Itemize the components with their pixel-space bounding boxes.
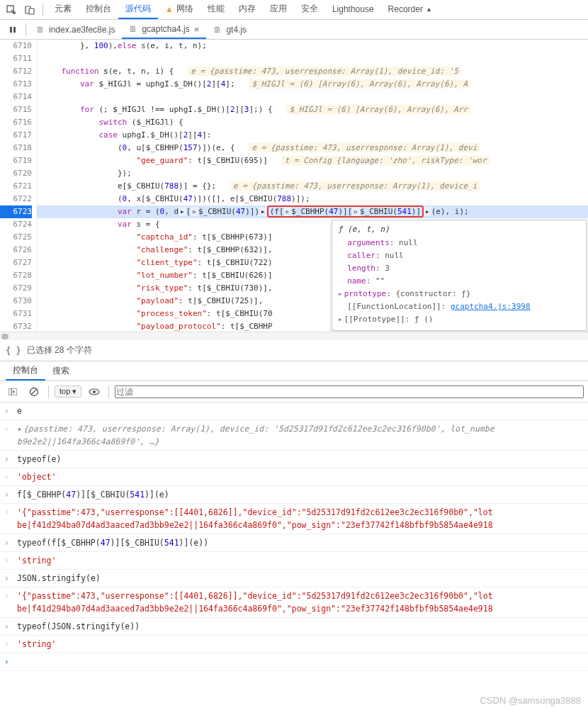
file-tab[interactable]: 🗎index.ae3fec8e.js [29, 21, 122, 39]
console-output-row: ‹'object' [0, 468, 588, 486]
horizontal-scrollbar[interactable] [0, 332, 588, 340]
console-output-row: ‹▸{passtime: 473, userresponse: Array(1)… [0, 420, 588, 451]
scrollbar-thumb[interactable] [1, 334, 9, 339]
console-output-row: ‹'{"passtime":473,"userresponse":[[4401,… [0, 504, 588, 534]
console-input-row: ›typeof(JSON.stringify(e)) [0, 618, 588, 636]
tooltip-property: name: "" [338, 275, 580, 288]
separator [108, 385, 109, 398]
svg-rect-3 [10, 27, 12, 33]
svg-rect-4 [13, 27, 16, 33]
panel-tab-性能[interactable]: 性能 [200, 0, 232, 19]
console-input-row: ›f[$_CBHHP(47)][$_CBHIU(541)](e) [0, 486, 588, 504]
tooltip-property: length: 3 [338, 262, 580, 275]
panel-tab-recorder[interactable]: Recorder ▲ [381, 1, 439, 18]
console-prompt[interactable]: › [0, 653, 588, 671]
console-output-row: ‹'string' [0, 636, 588, 653]
source-code-area: 6710671167126713671467156716671767186719… [0, 40, 588, 332]
panel-tab-控制台[interactable]: 控制台 [79, 0, 118, 19]
tooltip-proto-chain[interactable]: ▸[[Prototype]]: ƒ () [338, 313, 580, 326]
context-selector[interactable]: top ▾ [55, 385, 81, 398]
panel-tab-应用[interactable]: 应用 [263, 0, 294, 19]
svg-rect-2 [29, 9, 34, 14]
file-icon: 🗎 [36, 25, 45, 35]
selection-text: 已选择 28 个字符 [27, 344, 92, 356]
tooltip-prototype[interactable]: ▸prototype: {constructor: ƒ} [338, 288, 580, 300]
panel-tab-内存[interactable]: 内存 [232, 0, 263, 19]
format-code-icon[interactable]: { } [6, 346, 21, 356]
separator [26, 23, 26, 36]
svg-marker-7 [13, 390, 15, 393]
close-icon[interactable]: × [194, 24, 200, 35]
console-output-row: ‹'string' [0, 552, 588, 570]
file-tab-bar: 🗎index.ae3fec8e.js🗎gcaptcha4.js×🗎gt4.js [0, 20, 588, 40]
selection-status-bar: { } 已选择 28 个字符 [0, 340, 588, 361]
drawer-tabs: 控制台搜索 [0, 361, 588, 381]
file-tab[interactable]: 🗎gcaptcha4.js× [122, 21, 206, 39]
tooltip-property: caller: null [338, 249, 580, 262]
inspect-icon[interactable] [3, 1, 20, 18]
tooltip-signature: ƒ (e, t, n) [338, 225, 580, 234]
line-gutter[interactable]: 6710671167126713671467156716671767186719… [0, 40, 37, 332]
pause-script-icon[interactable] [3, 21, 23, 38]
main-toolbar: 元素控制台源代码▲ 网络性能内存应用安全LighthouseRecorder ▲ [0, 0, 588, 20]
tooltip-function-location[interactable]: [[FunctionLocation]]: gcaptcha4.js:3998 [338, 300, 580, 313]
console-input-row: ›e [0, 402, 588, 420]
console-filter-input[interactable] [115, 385, 584, 398]
file-tab[interactable]: 🗎gt4.js [206, 21, 254, 39]
svg-point-11 [93, 390, 96, 393]
panel-tab-lighthouse[interactable]: Lighthouse [325, 1, 381, 18]
device-toggle-icon[interactable] [21, 1, 38, 18]
file-icon: 🗎 [213, 25, 222, 35]
panel-tab-源代码[interactable]: 源代码 [118, 0, 158, 19]
console-input-row: ›JSON.stringify(e) [0, 570, 588, 587]
panel-tab-安全[interactable]: 安全 [294, 0, 325, 19]
svg-line-9 [31, 389, 37, 395]
drawer-tab[interactable]: 搜索 [45, 362, 77, 380]
live-expression-icon[interactable] [86, 383, 103, 400]
drawer-tab[interactable]: 控制台 [6, 361, 45, 381]
object-preview-tooltip: ƒ (e, t, n) arguments: null caller: null… [332, 220, 587, 331]
console-toolbar: top ▾ [0, 381, 588, 402]
panel-tabs: 元素控制台源代码▲ 网络性能内存应用安全LighthouseRecorder ▲ [47, 0, 439, 19]
separator [43, 4, 43, 16]
console-output-row: ‹'{"passtime":473,"userresponse":[[4401,… [0, 587, 588, 618]
console-input-row: ›typeof(e) [0, 451, 588, 468]
separator [48, 385, 49, 398]
console-input-row: ›typeof(f[$_CBHHP(47)][$_CBHIU(541)](e)) [0, 534, 588, 552]
panel-tab-元素[interactable]: 元素 [47, 0, 79, 19]
console-sidebar-toggle-icon[interactable] [4, 383, 21, 400]
tooltip-property: arguments: null [338, 237, 580, 249]
clear-console-icon[interactable] [26, 383, 43, 400]
panel-tab-网络[interactable]: ▲ 网络 [158, 0, 200, 19]
file-icon: 🗎 [129, 24, 137, 34]
console-output: ›e‹▸{passtime: 473, userresponse: Array(… [0, 402, 588, 671]
